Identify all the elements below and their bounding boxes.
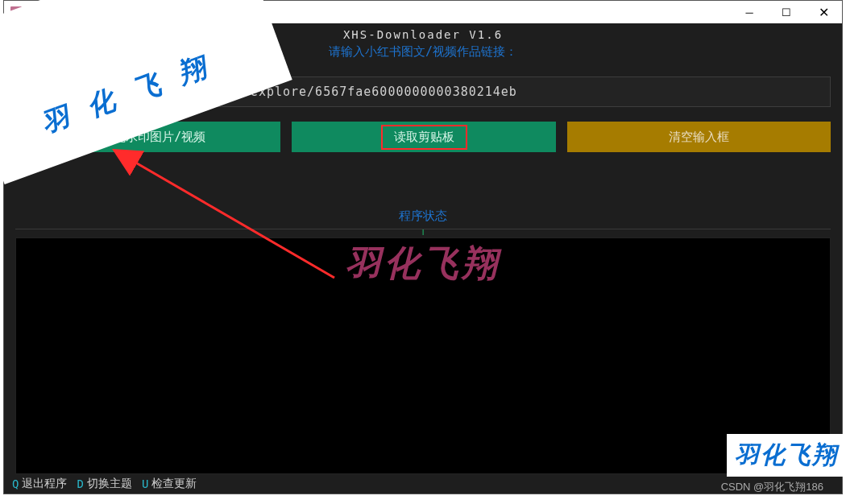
status-label: 程序状态: [4, 209, 842, 224]
header-checkbox[interactable]: [10, 28, 20, 38]
output-console[interactable]: [15, 238, 831, 474]
clear-input-button[interactable]: 清空输入框: [567, 122, 831, 152]
quit-label: 退出程序: [22, 477, 73, 491]
footer-bar: Q 退出程序 D 切换主题 U 检查更新: [4, 474, 842, 494]
update-key[interactable]: U: [139, 477, 151, 490]
quit-key[interactable]: Q: [9, 477, 22, 490]
update-label: 检查更新: [151, 477, 203, 491]
status-section: 程序状态 ╷: [4, 209, 842, 229]
window-title-path: E:\BaiduNetdiskDownload\XHS-Downloader V…: [27, 6, 731, 18]
download-button[interactable]: 下载无水印图片/视频: [15, 122, 280, 152]
app-window: E:\BaiduNetdiskDownload\XHS-Downloader V…: [3, 0, 843, 494]
status-tick-icon: ╷: [420, 224, 425, 235]
url-input[interactable]: https://www.xiaohongshu.com/explore/6567…: [15, 76, 831, 107]
button-row: 下载无水印图片/视频 读取剪贴板 清空输入框: [15, 122, 831, 152]
theme-label: 切换主题: [87, 477, 139, 491]
read-clipboard-button[interactable]: 读取剪贴板: [292, 122, 557, 152]
maximize-button[interactable]: ☐: [768, 1, 805, 23]
close-button[interactable]: ✕: [805, 1, 842, 23]
theme-key[interactable]: D: [73, 477, 86, 490]
app-icon: [10, 6, 22, 18]
titlebar: E:\BaiduNetdiskDownload\XHS-Downloader V…: [4, 1, 842, 23]
app-title: XHS-Downloader V1.6: [4, 23, 842, 41]
header: XHS-Downloader V1.6 请输入小红书图文/视频作品链接：: [4, 23, 842, 64]
minimize-button[interactable]: ─: [731, 1, 768, 23]
input-prompt: 请输入小红书图文/视频作品链接：: [4, 44, 842, 60]
status-divider: ╷: [15, 229, 831, 229]
url-input-value: https://www.xiaohongshu.com/explore/6567…: [24, 85, 517, 99]
highlight-box: 读取剪贴板: [381, 125, 467, 150]
